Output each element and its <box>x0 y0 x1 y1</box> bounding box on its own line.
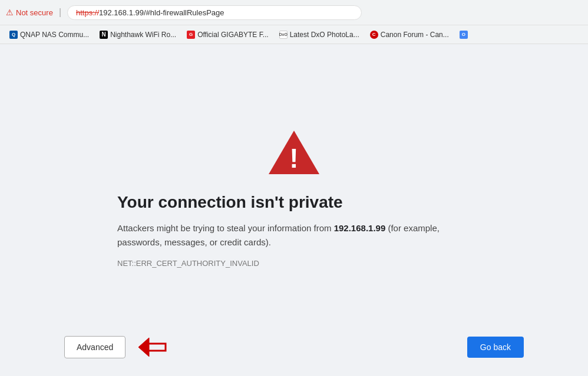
url-path: 192.168.1.99/#hld-firewallRulesPage <box>99 8 224 17</box>
error-container: ! Your connection isn't private Attacker… <box>117 129 471 291</box>
bookmark-favicon-extra: O <box>460 31 468 39</box>
bookmark-dxo[interactable]: DxO Latest DxO PhotoLa... <box>275 29 364 41</box>
page-content: ! Your connection isn't private Attacker… <box>0 44 588 376</box>
address-url[interactable]: https://192.168.1.99/#hld-firewallRulesP… <box>67 5 362 20</box>
bookmark-favicon-qnap: Q <box>9 31 18 39</box>
buttons-row: Advanced Go back <box>64 336 524 358</box>
bookmark-favicon-dxo: DxO <box>279 31 288 39</box>
not-secure-badge: ⚠ Not secure <box>6 8 53 17</box>
bookmark-favicon-nighthawk: N <box>100 31 108 39</box>
address-bar-row: ⚠ Not secure | https://192.168.1.99/#hld… <box>0 0 588 25</box>
bookmark-favicon-canon: C <box>370 31 378 39</box>
error-description: Attackers might be trying to steal your … <box>117 221 471 249</box>
arrow-left-icon <box>137 337 167 358</box>
error-title: Your connection isn't private <box>117 193 343 212</box>
left-buttons: Advanced <box>64 336 167 358</box>
bookmark-label-gigabyte: Official GIGABYTE F... <box>197 31 268 39</box>
advanced-button[interactable]: Advanced <box>64 336 125 358</box>
error-desc-host: 192.168.1.99 <box>334 223 386 233</box>
bookmark-label-canon: Canon Forum - Can... <box>381 31 449 39</box>
bookmark-canon[interactable]: C Canon Forum - Can... <box>365 29 454 41</box>
bookmark-nighthawk[interactable]: N Nighthawk WiFi Ro... <box>95 29 181 41</box>
warning-icon: ⚠ <box>6 8 14 17</box>
bookmark-extra[interactable]: O <box>455 29 473 41</box>
bookmark-label-nighthawk: Nighthawk WiFi Ro... <box>110 31 176 39</box>
divider: | <box>59 7 61 18</box>
url-strikethrough: https:// <box>76 8 99 17</box>
bookmark-qnap[interactable]: Q QNAP NAS Commu... <box>5 29 94 41</box>
warning-triangle-icon: ! <box>267 129 321 175</box>
bookmarks-bar: Q QNAP NAS Commu... N Nighthawk WiFi Ro.… <box>0 25 588 44</box>
browser-chrome: ⚠ Not secure | https://192.168.1.99/#hld… <box>0 0 588 44</box>
error-code: NET::ERR_CERT_AUTHORITY_INVALID <box>117 259 259 268</box>
bookmark-label-qnap: QNAP NAS Commu... <box>20 31 89 39</box>
bookmark-gigabyte[interactable]: G Official GIGABYTE F... <box>182 29 273 41</box>
error-desc-part1: Attackers might be trying to steal your … <box>117 223 334 233</box>
bookmark-label-dxo: Latest DxO PhotoLa... <box>290 31 359 39</box>
bookmark-favicon-gigabyte: G <box>187 31 195 39</box>
svg-rect-3 <box>148 344 166 351</box>
not-secure-label: Not secure <box>16 8 53 17</box>
go-back-button[interactable]: Go back <box>467 337 524 358</box>
svg-text:!: ! <box>289 143 298 174</box>
